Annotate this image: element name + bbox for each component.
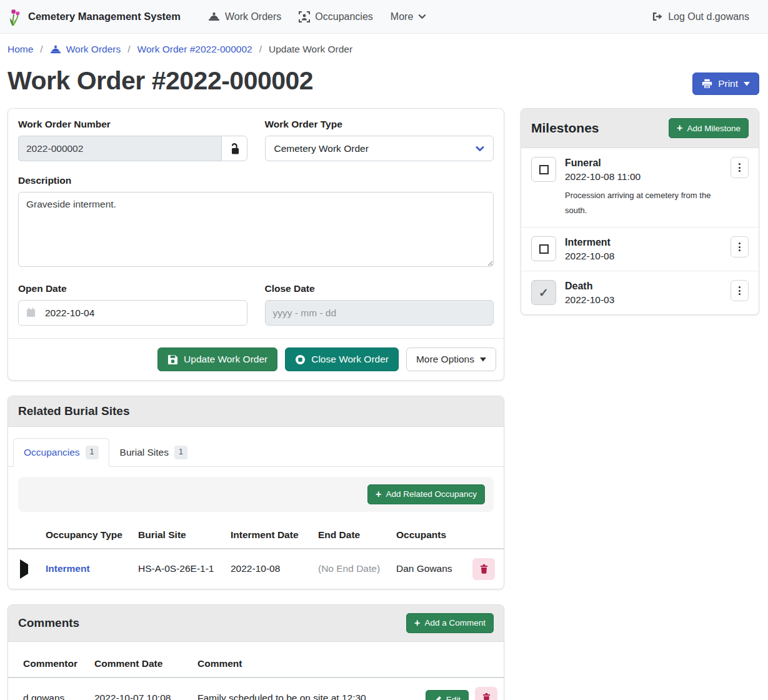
milestones-title: Milestones (531, 121, 599, 136)
edit-comment-button[interactable]: Edit (426, 690, 469, 700)
tab-occupancies-label: Occupancies (24, 447, 80, 458)
app-brand[interactable]: Cemetery Management System (7, 8, 181, 26)
breadcrumb-home[interactable]: Home (7, 44, 33, 55)
milestone-item: ✓ Death 2022-10-03 (521, 271, 759, 314)
milestones-card: Milestones + Add Milestone Funeral 2022-… (521, 108, 759, 315)
logout-icon (651, 11, 663, 22)
breadcrumb-current: Update Work Order (269, 44, 352, 55)
caret-down-icon (744, 82, 750, 86)
unlock-button[interactable] (221, 136, 247, 161)
checkbox-square-icon (539, 165, 549, 174)
tab-occupancies-count: 1 (86, 446, 99, 459)
logout-label: Log Out d.gowans (668, 11, 749, 22)
description-textarea[interactable]: Graveside interment. (18, 192, 494, 267)
printer-icon (702, 79, 712, 89)
tab-burial-sites[interactable]: Burial Sites 1 (109, 438, 198, 467)
related-tabs: Occupancies 1 Burial Sites 1 (8, 433, 504, 467)
breadcrumb-work-orders[interactable]: Work Orders (50, 44, 121, 55)
logout-button[interactable]: Log Out d.gowans (642, 6, 758, 28)
col-burial-site: Burial Site (132, 522, 224, 549)
close-work-order-label: Close Work Order (311, 354, 389, 365)
comment-value: Family scheduled to be on site at 12:30. (191, 678, 419, 700)
occupancy-row: Interment HS-A-0S-26E-1-1 2022-10-08 (No… (8, 549, 504, 589)
work-order-form-card: Work Order Number (7, 108, 504, 381)
breadcrumb-separator: / (127, 44, 130, 55)
nav-work-orders-label: Work Orders (225, 11, 281, 22)
open-date-label: Open Date (18, 283, 247, 294)
breadcrumb-separator: / (259, 44, 262, 55)
open-date-input[interactable] (18, 300, 247, 326)
related-burial-sites-title: Related Burial Sites (18, 404, 129, 418)
comments-table: Commentor Comment Date Comment d.gowans … (8, 651, 504, 700)
save-icon (167, 354, 178, 365)
add-related-occupancy-button[interactable]: + Add Related Occupancy (367, 484, 485, 504)
col-comment: Comment (191, 651, 419, 678)
expand-row-button[interactable] (19, 562, 29, 576)
more-options-button[interactable]: More Options (406, 348, 496, 371)
occupancies-table: Occupancy Type Burial Site Interment Dat… (8, 522, 504, 589)
check-icon: ✓ (539, 286, 549, 300)
calendar-icon (26, 308, 36, 318)
milestone-checkbox-checked[interactable]: ✓ (531, 280, 556, 305)
milestone-description: Procession arriving at cemetery from the… (565, 188, 722, 218)
col-commentor: Commentor (8, 651, 88, 678)
breadcrumb-work-order[interactable]: Work Order #2022-000002 (137, 44, 252, 55)
chevron-down-icon (418, 14, 426, 19)
caret-down-icon (480, 358, 486, 362)
work-order-number-input (18, 136, 221, 161)
work-order-type-select[interactable]: Cemetery Work Order (265, 136, 494, 161)
work-order-type-label: Work Order Type (265, 119, 494, 130)
delete-occupancy-button[interactable] (472, 558, 495, 580)
close-work-order-button[interactable]: Close Work Order (285, 348, 399, 371)
delete-comment-button[interactable] (475, 687, 497, 700)
add-comment-button[interactable]: + Add a Comment (406, 613, 494, 633)
lock-open-icon (229, 142, 240, 155)
milestone-checkbox[interactable] (531, 157, 556, 182)
plus-icon: + (414, 618, 420, 628)
milestone-menu-button[interactable] (731, 280, 749, 301)
add-related-occupancy-label: Add Related Occupancy (386, 489, 477, 499)
page-title: Work Order #2022-000002 (7, 66, 313, 96)
close-date-label: Close Date (265, 283, 494, 294)
tab-occupancies[interactable]: Occupancies 1 (13, 438, 109, 467)
nav-occupancies-label: Occupancies (315, 11, 373, 22)
print-button[interactable]: Print (692, 72, 759, 95)
play-icon (20, 559, 28, 579)
comment-row: d.gowans 2022-10-07 10:08 Family schedul… (8, 678, 504, 700)
trash-icon (482, 693, 491, 700)
occupant-frame-icon (299, 11, 310, 22)
nav-more[interactable]: More (382, 6, 435, 28)
top-navbar: Cemetery Management System Work Orders O… (0, 0, 768, 34)
col-comment-date: Comment Date (88, 651, 191, 678)
milestone-menu-button[interactable] (731, 236, 749, 258)
nav-occupancies[interactable]: Occupancies (290, 6, 382, 28)
occupancy-type-link[interactable]: Interment (46, 563, 90, 574)
occupants-value: Dan Gowans (390, 549, 466, 589)
nav-work-orders[interactable]: Work Orders (199, 6, 290, 28)
checkbox-square-icon (539, 244, 549, 254)
nav-more-label: More (391, 11, 413, 22)
add-milestone-button[interactable]: + Add Milestone (669, 118, 749, 138)
plus-icon: + (376, 489, 381, 499)
milestone-menu-button[interactable] (731, 157, 749, 178)
milestone-checkbox[interactable] (531, 236, 556, 261)
related-burial-sites-card: Related Burial Sites Occupancies 1 Buria… (7, 396, 504, 589)
col-occupants: Occupants (390, 522, 466, 549)
tab-burial-sites-label: Burial Sites (120, 447, 169, 458)
pencil-icon (434, 696, 442, 700)
milestone-date: 2022-10-08 (565, 251, 722, 262)
description-label: Description (18, 175, 494, 186)
hard-hat-icon (50, 44, 61, 54)
comments-card: Comments + Add a Comment Commentor Comme… (7, 604, 504, 700)
comments-title: Comments (18, 616, 79, 630)
milestone-item: Interment 2022-10-08 (521, 228, 759, 271)
milestone-item: Funeral 2022-10-08 11:00 Procession arri… (521, 148, 759, 228)
update-work-order-button[interactable]: Update Work Order (157, 348, 277, 371)
more-options-label: More Options (416, 354, 474, 365)
work-order-number-label: Work Order Number (18, 119, 247, 130)
col-occupancy-type: Occupancy Type (39, 522, 132, 549)
breadcrumb: Home / Work Orders / Work Order #2022-00… (0, 34, 768, 64)
interment-date-value: 2022-10-08 (224, 549, 312, 589)
breadcrumb-separator: / (40, 44, 42, 55)
update-work-order-label: Update Work Order (184, 354, 267, 365)
